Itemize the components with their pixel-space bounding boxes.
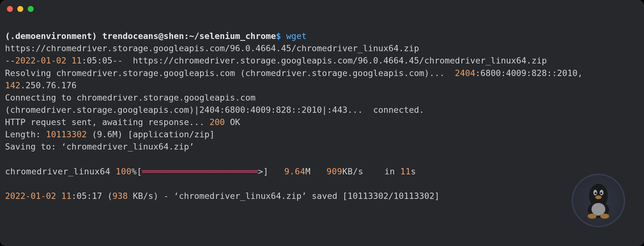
output-ts-url: https://chromedriver.storage.googleapis.… [123, 56, 547, 65]
done-rate-u: KB/s) - ‘chromedriver_linux64.zip’ saved… [128, 191, 347, 201]
prompt-path: ~/selenium_chrome [189, 31, 276, 41]
close-icon[interactable] [7, 6, 13, 12]
output-ts-hour: 11 [71, 56, 82, 65]
done-close: ] [435, 191, 440, 201]
output-length-n: 10113302 [46, 129, 87, 139]
progress-rate-u: KB/s in [342, 167, 400, 176]
progress-name: chromedriver_linux64 [5, 167, 116, 176]
done-bytes: 10113302/10113302 [347, 191, 434, 201]
terminal-window: (.demoenvironment) trendoceans@shen:~/se… [0, 0, 644, 246]
output-ip6: 2404 [455, 68, 475, 78]
output-http-code: 200 [209, 117, 225, 127]
progress-rate: 909 [326, 167, 342, 176]
done-sp [56, 191, 61, 201]
done-hour: 11 [61, 191, 72, 201]
output-ip4-rest: .250.76.176 [20, 80, 77, 90]
output-ts-date: 2022-01-02 [15, 56, 67, 65]
command-text: wget [286, 31, 307, 41]
maximize-icon[interactable] [28, 6, 34, 12]
output-ip4: 142 [5, 80, 20, 90]
output-length-label: Length: [5, 129, 46, 139]
progress-size: 9.64 [284, 167, 305, 176]
output-http: HTTP request sent, awaiting response... [5, 117, 209, 127]
terminal-output[interactable]: (.demoenvironment) trendoceans@shen:~/se… [0, 18, 644, 221]
output-length-rest: (9.6M) [application/zip] [87, 129, 214, 139]
output-ts-pre: -- [5, 56, 15, 65]
progress-bar-fill: ══════════════════════ [142, 167, 258, 176]
output-connect-b: (chromedriver.storage.googleapis.com)|24… [5, 105, 424, 115]
progress-close: >] [258, 167, 284, 176]
prompt-userhost: trendoceans@shen [102, 31, 184, 41]
output-ts-rest: :05:05-- [82, 56, 123, 65]
prompt-dollar: $ [276, 31, 281, 41]
done-rate: 938 [112, 191, 128, 201]
minimize-icon[interactable] [17, 6, 23, 12]
progress-pct: 100 [116, 167, 131, 176]
done-rest: :05:17 ( [71, 191, 112, 201]
window-titlebar [0, 0, 644, 18]
output-resolve: Resolving chromedriver.storage.googleapi… [5, 68, 455, 78]
prompt-env: (.demoenvironment) [5, 31, 97, 41]
progress-size-u: M [305, 167, 326, 176]
progress-eta: 11 [400, 167, 411, 176]
progress-eta-u: s [411, 167, 416, 176]
output-connect-a: Connecting to chromedriver.storage.googl… [5, 93, 256, 102]
output-ip6-rest: :6800:4009:828::2010, [475, 68, 583, 78]
progress-open: %[ [131, 167, 142, 176]
done-date: 2022-01-02 [5, 191, 56, 201]
output-saving: Saving to: ‘chromedriver_linux64.zip’ [5, 142, 194, 151]
output-url: https://chromedriver.storage.googleapis.… [5, 43, 419, 53]
output-http-ok: OK [225, 117, 240, 127]
